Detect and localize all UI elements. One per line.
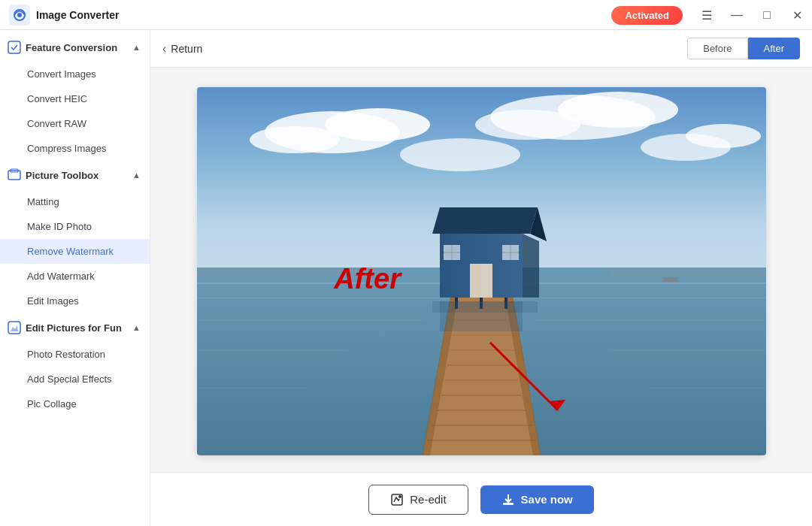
scene-image xyxy=(197,87,766,455)
sidebar-item-add-special-effects[interactable]: Add Special Effects xyxy=(0,367,150,391)
svg-point-13 xyxy=(475,110,580,140)
feature-conversion-icon xyxy=(8,41,21,54)
sidebar-item-convert-raw[interactable]: Convert RAW xyxy=(0,111,150,136)
svg-rect-21 xyxy=(535,320,766,321)
sidebar-item-remove-watermark[interactable]: Remove Watermark xyxy=(0,239,150,264)
sidebar-section-picture-toolbox[interactable]: Picture Toolbox ▲ xyxy=(0,161,150,189)
sidebar-section-edit-pictures[interactable]: Edit Pictures for Fun ▲ xyxy=(0,313,150,342)
sidebar-item-pic-collage[interactable]: Pic Collage xyxy=(0,391,150,416)
feature-conversion-chevron: ▲ xyxy=(132,43,141,52)
edit-pictures-label: Edit Pictures for Fun xyxy=(26,322,122,334)
content-header: ‹ Return Before After xyxy=(150,30,812,68)
main-layout: Feature Conversion ▲ Convert Images Conv… xyxy=(0,30,812,526)
picture-toolbox-label: Picture Toolbox xyxy=(26,170,98,181)
svg-rect-22 xyxy=(197,350,347,351)
titlebar-right: Activated ☰ — □ ✕ xyxy=(611,0,812,30)
svg-point-10 xyxy=(250,126,340,153)
titlebar: Image Converter Activated ☰ — □ ✕ xyxy=(0,0,812,30)
re-edit-label: Re-edit xyxy=(410,493,446,506)
svg-point-63 xyxy=(398,495,401,498)
svg-point-9 xyxy=(325,108,430,141)
chevron-left-icon: ‹ xyxy=(162,42,166,56)
sidebar-item-convert-heic[interactable]: Convert HEIC xyxy=(0,86,150,111)
re-edit-button[interactable]: Re-edit xyxy=(368,485,468,515)
save-now-label: Save now xyxy=(521,493,573,506)
sidebar-item-compress-images[interactable]: Compress Images xyxy=(0,136,150,161)
svg-rect-6 xyxy=(8,322,20,334)
before-button[interactable]: Before xyxy=(687,38,747,59)
sidebar-item-photo-restoration[interactable]: Photo Restoration xyxy=(0,342,150,367)
svg-rect-64 xyxy=(503,503,514,505)
save-icon xyxy=(501,493,515,506)
svg-marker-42 xyxy=(432,207,538,234)
svg-point-15 xyxy=(686,124,761,148)
svg-marker-56 xyxy=(432,301,538,313)
after-button[interactable]: After xyxy=(748,38,800,59)
svg-rect-25 xyxy=(648,388,766,388)
edit-pictures-chevron: ▲ xyxy=(132,323,141,332)
sidebar: Feature Conversion ▲ Convert Images Conv… xyxy=(0,30,150,526)
minimize-button[interactable]: — xyxy=(722,0,752,30)
image-canvas: After xyxy=(150,68,812,472)
before-after-group: Before After xyxy=(687,38,800,59)
svg-rect-20 xyxy=(197,320,423,321)
window-controls: ☰ — □ ✕ xyxy=(692,0,812,30)
picture-toolbox-chevron: ▲ xyxy=(132,171,141,180)
app-logo xyxy=(9,5,30,26)
action-bar: Re-edit Save now xyxy=(150,472,812,526)
svg-rect-57 xyxy=(197,268,385,277)
svg-marker-41 xyxy=(523,234,539,298)
svg-rect-23 xyxy=(611,350,766,351)
maximize-button[interactable]: □ xyxy=(752,0,782,30)
re-edit-icon xyxy=(390,493,404,506)
picture-toolbox-icon xyxy=(8,168,21,182)
svg-rect-3 xyxy=(8,41,20,53)
sidebar-item-convert-images[interactable]: Convert Images xyxy=(0,62,150,86)
return-button[interactable]: ‹ Return xyxy=(162,42,202,56)
svg-point-16 xyxy=(400,138,520,171)
sidebar-item-add-watermark[interactable]: Add Watermark xyxy=(0,264,150,289)
menu-button[interactable]: ☰ xyxy=(692,0,722,30)
app-title: Image Converter xyxy=(36,9,119,21)
activated-button[interactable]: Activated xyxy=(611,6,683,25)
svg-point-2 xyxy=(17,13,22,17)
close-button[interactable]: ✕ xyxy=(782,0,812,30)
sidebar-item-edit-images[interactable]: Edit Images xyxy=(0,289,150,313)
sidebar-section-feature-conversion[interactable]: Feature Conversion ▲ xyxy=(0,33,150,62)
content-area: ‹ Return Before After xyxy=(150,30,812,526)
edit-pictures-icon xyxy=(8,321,21,334)
save-now-button[interactable]: Save now xyxy=(480,485,594,514)
sidebar-item-make-id-photo[interactable]: Make ID Photo xyxy=(0,214,150,239)
image-wrapper: After xyxy=(197,87,766,455)
svg-rect-59 xyxy=(663,277,678,282)
svg-rect-45 xyxy=(470,264,481,298)
svg-rect-58 xyxy=(611,269,766,277)
feature-conversion-label: Feature Conversion xyxy=(26,42,117,53)
sidebar-item-matting[interactable]: Matting xyxy=(0,189,150,214)
svg-rect-24 xyxy=(197,388,310,388)
